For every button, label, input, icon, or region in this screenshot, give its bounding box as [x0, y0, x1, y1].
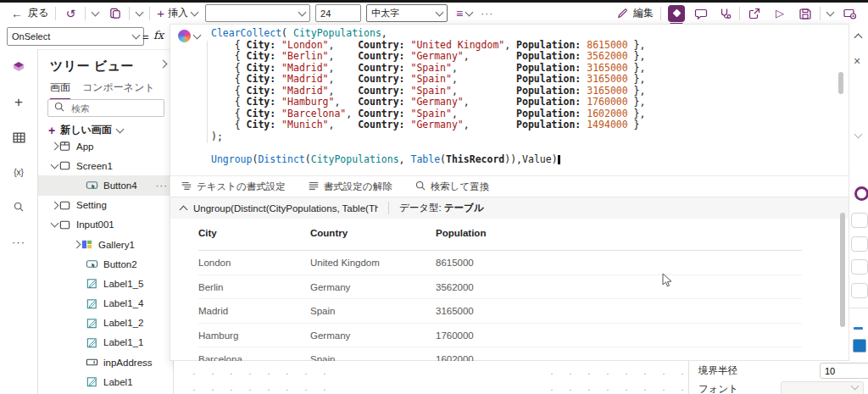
more-rail-icon[interactable]: ··· — [10, 233, 27, 250]
code-line: { City: "Madrid", Country: "Spain", Popu… — [211, 86, 645, 97]
screen-icon — [58, 219, 71, 231]
save-menu-button[interactable] — [823, 4, 837, 23]
variables-rail-icon[interactable]: {x} — [10, 164, 27, 180]
tree-tabs: 画面 コンポーネント — [50, 80, 155, 100]
undo-icon: ↺ — [63, 6, 78, 21]
edit-button[interactable]: 編集 — [610, 4, 658, 23]
tree-item-input001[interactable]: Input001 — [38, 215, 173, 235]
font-dropdown[interactable] — [781, 381, 864, 394]
chevron-down-icon[interactable] — [50, 223, 58, 226]
insert-button[interactable]: + 挿入 — [153, 4, 202, 23]
copilot-toggle-button[interactable] — [664, 4, 689, 23]
tree-search-input[interactable] — [70, 103, 149, 114]
insert-label: 挿入 — [168, 6, 188, 20]
divider — [660, 7, 661, 20]
result-formula-text: Ungroup(Distinct(CityPopulations, Table(… — [193, 203, 378, 214]
tree-item-gallery1[interactable]: Gallery1 — [38, 235, 173, 254]
code-line: { City: "Hamburg", Country: "Germany", P… — [211, 97, 645, 108]
chevron-down-icon[interactable] — [50, 164, 58, 168]
border-radius-input[interactable] — [820, 363, 868, 379]
code-line: { City: "London", Country: "United Kingd… — [211, 40, 645, 52]
insert-rail-icon[interactable]: + — [10, 94, 27, 111]
publish-button[interactable] — [837, 4, 861, 23]
back-button[interactable]: ← 戻る — [5, 4, 53, 23]
collapse-panel-icon[interactable] — [159, 60, 168, 69]
collapse-formula-bar-icon[interactable] — [854, 34, 863, 42]
chevron-down-icon — [92, 8, 100, 16]
format-text-icon — [181, 180, 192, 193]
font-weight-combobox[interactable]: 中太字 — [366, 4, 448, 22]
undo-button[interactable]: ↺ — [58, 4, 82, 23]
remove-formatting-button[interactable]: 書式設定の解除 — [308, 180, 392, 193]
tree-item-label1_2[interactable]: Label1_2 — [38, 314, 173, 333]
tree-item-label1[interactable]: Label1 — [38, 372, 173, 391]
paste-menu-button[interactable] — [132, 4, 147, 23]
color-swatch[interactable] — [853, 339, 866, 352]
item-more-button[interactable]: ··· — [156, 180, 169, 191]
table-cell: Germany — [310, 282, 350, 292]
toolbar-overflow-button[interactable]: ··· — [476, 4, 498, 23]
tree-search-box[interactable] — [47, 99, 164, 117]
tree-item-label1_4[interactable]: Label1_4 — [38, 294, 173, 314]
font-size-field[interactable]: 24 — [315, 4, 361, 22]
font-size-value: 24 — [320, 8, 331, 19]
equals-sign: = — [142, 31, 149, 43]
code-scrollbar[interactable] — [838, 72, 843, 94]
table-row: BarcelonaSpain1602000 — [170, 347, 849, 361]
tree-item-button2[interactable]: Button2 — [38, 254, 173, 274]
code-line: Ungroup(Distinct(CityPopulations, Table(… — [211, 154, 645, 166]
tree-item-setting[interactable]: Setting — [38, 196, 173, 215]
code-line — [211, 142, 645, 154]
copilot-formula-button[interactable] — [178, 30, 200, 42]
tree-item-inpaddress[interactable]: inpAddress — [38, 352, 173, 372]
paste-button[interactable] — [103, 4, 126, 23]
chevron-down-icon — [436, 8, 444, 16]
app-icon — [58, 140, 71, 153]
input-fragment — [851, 236, 868, 252]
tree-item-label: inpAddress — [103, 358, 153, 368]
table-row: LondonUnited Kingdom8615000 — [170, 251, 849, 275]
new-screen-button[interactable]: + 新しい画面 — [48, 123, 123, 137]
canvas-dot-grid — [542, 366, 688, 394]
collapse-result-icon[interactable] — [180, 205, 188, 214]
chevron-down-icon — [136, 8, 144, 16]
tab-screens[interactable]: 画面 — [50, 80, 70, 100]
find-replace-button[interactable]: 検索して置換 — [415, 180, 490, 193]
app-checker-button[interactable] — [713, 4, 737, 23]
screen-icon — [58, 199, 71, 212]
share-button[interactable] — [743, 4, 766, 23]
font-family-combobox[interactable] — [205, 4, 310, 22]
chevron-right-icon[interactable] — [72, 241, 81, 247]
column-header-country: Country — [310, 228, 348, 238]
preview-button[interactable]: ▷ — [771, 4, 788, 23]
code-line: { City: "Berlin", Country: "Germany", Po… — [211, 51, 645, 63]
tree-item-label1_1[interactable]: Label1_1 — [38, 333, 173, 352]
table-scrollbar[interactable] — [840, 213, 845, 327]
tree-item-screen1[interactable]: Screen1 — [38, 156, 173, 175]
search-rail-icon[interactable] — [10, 198, 27, 215]
tree-item-label: Setting — [76, 200, 107, 210]
close-icon[interactable]: × — [854, 54, 860, 68]
text-align-button[interactable]: ≡ — [452, 4, 476, 23]
chevron-right-icon[interactable] — [50, 203, 58, 208]
tree-item-label1_5[interactable]: Label1_5 — [38, 274, 173, 293]
undo-menu-button[interactable] — [88, 4, 103, 23]
property-selector[interactable]: OnSelect — [7, 27, 144, 46]
divider — [820, 7, 821, 20]
format-text-button[interactable]: テキストの書式設定 — [181, 180, 286, 193]
formula-code-editor[interactable]: ClearCollect( CityPopulations, { City: "… — [211, 28, 645, 165]
result-table: LondonUnited Kingdom8615000BerlinGermany… — [170, 251, 849, 361]
result-header: Ungroup(Distinct(CityPopulations, Table(… — [170, 197, 849, 219]
chevron-right-icon[interactable] — [50, 143, 58, 149]
tree-view-rail-icon[interactable] — [10, 59, 27, 76]
mouse-cursor — [661, 273, 673, 288]
tree-view-panel: ツリー ビュー 画面 コンポーネント + 新しい画面 AppScreen1But… — [38, 49, 174, 394]
tree-item-label: Button4 — [103, 180, 137, 191]
save-button[interactable] — [793, 4, 817, 23]
data-rail-icon[interactable] — [10, 129, 27, 146]
tree-item-button4[interactable]: Button4··· — [38, 175, 173, 195]
tab-components[interactable]: コンポーネント — [82, 80, 155, 100]
comments-button[interactable] — [689, 4, 713, 23]
text-caret — [558, 155, 560, 164]
tree-item-app[interactable]: App — [38, 136, 173, 156]
